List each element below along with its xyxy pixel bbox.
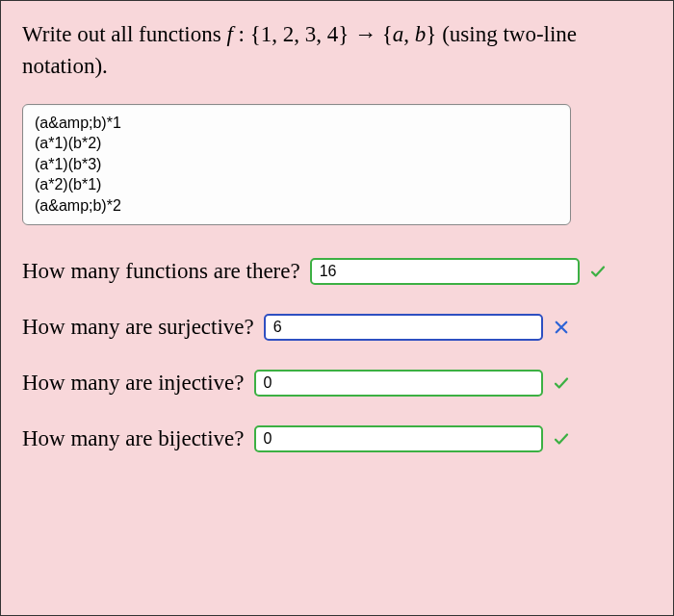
textarea-line: (a*1)(b*2): [35, 133, 558, 154]
textarea-line: (a*1)(b*3): [35, 154, 558, 175]
codomain-sep: ,: [403, 22, 415, 46]
arrow-icon: →: [354, 22, 376, 46]
check-icon: [553, 374, 570, 392]
count-label: How many functions are there?: [22, 259, 300, 284]
question-row-bijective: How many are bijective? 0: [22, 425, 652, 452]
prompt-pre: Write out all functions: [22, 22, 226, 46]
math-b: b: [415, 22, 427, 46]
bijective-label: How many are bijective?: [22, 426, 245, 451]
prompt-text: Write out all functions f : {1, 2, 3, 4}…: [22, 18, 652, 83]
question-panel: Write out all functions f : {1, 2, 3, 4}…: [0, 0, 674, 616]
functions-textarea[interactable]: (a&amp;b)*1 (a*1)(b*2) (a*1)(b*3) (a*2)(…: [22, 104, 571, 225]
cross-icon: [553, 319, 570, 336]
count-input[interactable]: 16: [310, 258, 580, 285]
codomain-close: }: [426, 22, 442, 46]
math-a: a: [393, 22, 404, 46]
injective-label: How many are injective?: [22, 371, 245, 396]
surjective-input[interactable]: 6: [264, 314, 543, 341]
question-row-surjective: How many are surjective? 6: [22, 314, 652, 341]
textarea-line: (a*2)(b*1): [35, 174, 558, 195]
textarea-line: (a&amp;b)*1: [35, 113, 558, 134]
check-icon: [589, 263, 607, 280]
question-row-count: How many functions are there? 16: [22, 258, 652, 285]
surjective-label: How many are surjective?: [22, 315, 254, 340]
injective-input[interactable]: 0: [254, 370, 543, 397]
check-icon: [553, 430, 570, 448]
bijective-input[interactable]: 0: [254, 425, 543, 452]
textarea-line: (a&amp;b)*2: [35, 195, 558, 217]
prompt-colon: : {1, 2, 3, 4}: [233, 22, 354, 46]
codomain-open: {: [376, 22, 393, 46]
question-row-injective: How many are injective? 0: [22, 370, 652, 397]
